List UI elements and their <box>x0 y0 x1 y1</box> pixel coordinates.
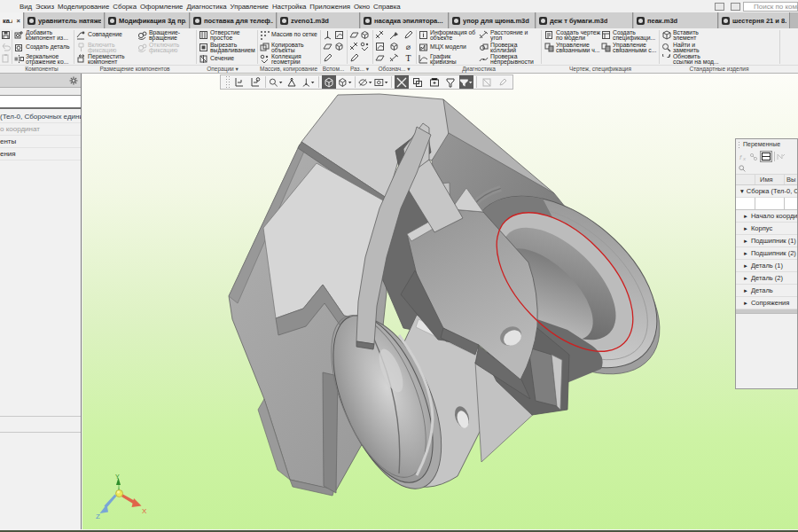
svg-text:T: T <box>405 53 411 63</box>
svg-text:Z: Z <box>96 512 100 520</box>
svg-text:X: X <box>142 507 147 515</box>
svg-text:⌀: ⌀ <box>406 43 411 51</box>
svg-text:Y: Y <box>115 473 120 480</box>
svg-text:f: f <box>739 153 742 161</box>
svg-text:x: x <box>742 156 747 161</box>
